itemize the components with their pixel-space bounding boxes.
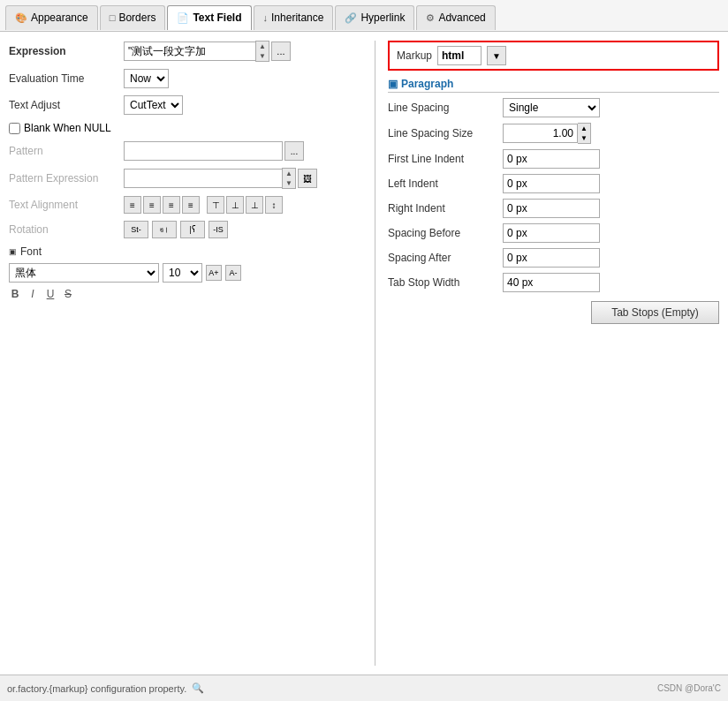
align-btn-group: ≡ ≡ ≡ ≡ ⊤ ⊥ ⊥ ↕ xyxy=(124,196,283,214)
first-line-indent-input[interactable] xyxy=(503,149,600,169)
info-icon[interactable]: 🔍 xyxy=(192,682,204,694)
font-section-header: ▣ Font xyxy=(9,245,362,258)
markup-row: Markup ▼ xyxy=(388,41,719,71)
expression-browse-button[interactable]: ... xyxy=(271,41,291,61)
text-adjust-select[interactable]: CutText xyxy=(124,95,183,115)
font-section-label: Font xyxy=(20,245,42,258)
line-spacing-label: Line Spacing xyxy=(388,102,503,114)
font-style-row: B I U S xyxy=(9,288,362,300)
evaluation-row: Evaluation Time Now xyxy=(9,69,362,88)
rotation-none-button[interactable]: St- xyxy=(124,221,148,238)
font-increase-button[interactable]: A+ xyxy=(206,265,222,281)
line-spacing-size-spin-buttons: ▲ ▼ xyxy=(578,123,591,144)
pattern-spinner-down[interactable]: ▼ xyxy=(283,178,295,188)
pattern-expr-spinner[interactable]: ▲ ▼ xyxy=(282,168,296,189)
spacing-after-label: Spacing After xyxy=(388,252,503,264)
right-indent-input[interactable] xyxy=(503,199,600,218)
font-decrease-button[interactable]: A- xyxy=(225,265,241,281)
credit-text: CSDN @Dora'C xyxy=(657,683,721,693)
tab-stops-container: Tab Stops (Empty) xyxy=(388,298,719,324)
pattern-spinner-up[interactable]: ▲ xyxy=(283,169,295,178)
text-alignment-label: Text Alignment xyxy=(9,199,124,211)
inheritance-icon: ↓ xyxy=(263,12,269,23)
pattern-expression-input[interactable] xyxy=(124,169,283,188)
paragraph-section: ▣ Paragraph Line Spacing Single Line Spa… xyxy=(388,78,719,324)
align-top-button[interactable]: ⊤ xyxy=(207,196,224,214)
spinner-up[interactable]: ▲ xyxy=(256,41,269,51)
markup-input[interactable] xyxy=(437,46,482,65)
tab-textfield[interactable]: 📄 Text Field xyxy=(167,5,251,30)
tab-inheritance[interactable]: ↓ Inheritance xyxy=(254,5,334,30)
first-line-indent-label: First Line Indent xyxy=(388,153,503,165)
borders-icon: □ xyxy=(110,12,116,23)
evaluation-label: Evaluation Time xyxy=(9,72,124,85)
tab-appearance[interactable]: 🎨 Appearance xyxy=(5,5,98,30)
align-bottom-button[interactable]: ⊥ xyxy=(246,196,263,214)
pattern-expression-browse-button[interactable]: 🖼 xyxy=(298,169,317,188)
font-select-row: 黑体 10 A+ A- xyxy=(9,263,362,283)
right-indent-row: Right Indent xyxy=(388,199,719,218)
panel-divider xyxy=(375,41,375,666)
tab-bar: 🎨 Appearance □ Borders 📄 Text Field ↓ In… xyxy=(0,0,728,32)
tab-stops-button[interactable]: Tab Stops (Empty) xyxy=(591,301,719,324)
align-justify-v-button[interactable]: ↕ xyxy=(265,196,283,214)
left-indent-row: Left Indent xyxy=(388,174,719,193)
align-justify-button[interactable]: ≡ xyxy=(182,196,200,214)
rotation-row: Rotation St- ঙ। |ʕ -IS xyxy=(9,221,362,238)
paragraph-collapse-icon[interactable]: ▣ xyxy=(388,78,398,90)
align-middle-button[interactable]: ⊥ xyxy=(226,196,244,214)
italic-button[interactable]: I xyxy=(27,288,39,300)
left-indent-input[interactable] xyxy=(503,174,600,193)
line-spacing-select[interactable]: Single xyxy=(503,98,600,117)
align-right-button[interactable]: ≡ xyxy=(163,196,180,214)
rotation-buttons: St- ঙ। |ʕ -IS xyxy=(124,221,230,238)
appearance-icon: 🎨 xyxy=(15,12,27,24)
expression-input[interactable] xyxy=(124,41,256,61)
rotation-180-button[interactable]: |ʕ xyxy=(180,221,205,238)
rotation-90-button[interactable]: ঙ। xyxy=(152,221,177,238)
align-left-button[interactable]: ≡ xyxy=(124,196,141,214)
rotation-270-button[interactable]: -IS xyxy=(209,221,228,238)
spacing-before-label: Spacing Before xyxy=(388,227,503,239)
line-spacing-size-down[interactable]: ▼ xyxy=(578,133,590,143)
line-spacing-size-input[interactable] xyxy=(503,124,578,143)
bold-button[interactable]: B xyxy=(9,288,21,300)
font-size-select[interactable]: 10 xyxy=(163,263,202,283)
tab-hyperlink[interactable]: 🔗 Hyperlink xyxy=(335,5,414,30)
pattern-browse-button[interactable]: ... xyxy=(284,141,304,161)
font-collapse-icon[interactable]: ▣ xyxy=(9,247,17,256)
left-panel: Expression ▲ ▼ ... Evaluation Time Now T… xyxy=(9,41,362,666)
pattern-row: Pattern ... xyxy=(9,141,362,161)
strikethrough-button[interactable]: S xyxy=(62,288,74,300)
pattern-expression-label: Pattern Expression xyxy=(9,172,124,185)
tab-stop-width-input[interactable] xyxy=(503,273,600,292)
spinner-down[interactable]: ▼ xyxy=(256,51,269,61)
expression-label: Expression xyxy=(9,45,124,57)
spacing-after-row: Spacing After xyxy=(388,248,719,268)
expression-spinner[interactable]: ▲ ▼ xyxy=(255,41,269,62)
underline-button[interactable]: U xyxy=(44,288,57,300)
textfield-icon: 📄 xyxy=(177,12,189,24)
paragraph-header: ▣ Paragraph xyxy=(388,78,719,93)
text-adjust-row: Text Adjust CutText xyxy=(9,95,362,115)
blank-when-null-checkbox[interactable] xyxy=(9,123,20,134)
tab-advanced[interactable]: ⚙ Advanced xyxy=(416,5,495,30)
line-spacing-row: Line Spacing Single xyxy=(388,98,719,117)
right-indent-label: Right Indent xyxy=(388,202,503,215)
font-family-select[interactable]: 黑体 xyxy=(9,263,159,283)
spacing-before-row: Spacing Before xyxy=(388,223,719,243)
spacing-before-input[interactable] xyxy=(503,223,600,243)
status-text: or.factory.{markup} configuration proper… xyxy=(7,683,186,694)
evaluation-select[interactable]: Now xyxy=(124,69,169,88)
spacing-after-input[interactable] xyxy=(503,248,600,268)
line-spacing-size-row: Line Spacing Size ▲ ▼ xyxy=(388,123,719,144)
markup-dropdown-button[interactable]: ▼ xyxy=(487,46,506,65)
align-center-button[interactable]: ≡ xyxy=(143,196,161,214)
tab-borders[interactable]: □ Borders xyxy=(100,5,166,30)
expression-row: Expression ▲ ▼ ... xyxy=(9,41,362,62)
line-spacing-size-up[interactable]: ▲ xyxy=(578,124,590,133)
pattern-expression-row: Pattern Expression ▲ ▼ 🖼 xyxy=(9,168,362,189)
pattern-input[interactable] xyxy=(124,141,283,161)
text-alignment-row: Text Alignment ≡ ≡ ≡ ≡ ⊤ ⊥ ⊥ ↕ xyxy=(9,196,362,214)
line-spacing-size-label: Line Spacing Size xyxy=(388,127,503,139)
